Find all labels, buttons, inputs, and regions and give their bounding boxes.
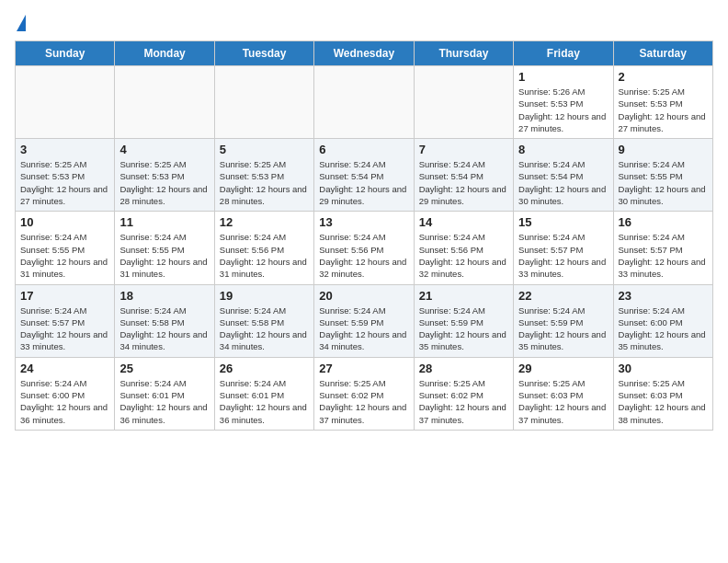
day-number: 17: [20, 289, 109, 303]
day-info: Sunrise: 5:25 AMSunset: 6:03 PMDaylight:…: [518, 377, 608, 426]
day-info: Sunrise: 5:26 AMSunset: 5:53 PMDaylight:…: [518, 86, 608, 134]
day-number: 30: [619, 362, 708, 375]
day-number: 28: [419, 362, 508, 375]
day-number: 4: [119, 143, 209, 156]
day-info: Sunrise: 5:25 AMSunset: 5:53 PMDaylight:…: [220, 158, 309, 207]
day-info: Sunrise: 5:24 AMSunset: 5:56 PMDaylight:…: [220, 231, 309, 280]
calendar-day-cell: 26Sunrise: 5:24 AMSunset: 6:01 PMDayligh…: [214, 357, 313, 430]
calendar-day-cell: 12Sunrise: 5:24 AMSunset: 5:56 PMDayligh…: [214, 212, 313, 284]
calendar-day-cell: [314, 66, 414, 139]
day-number: 7: [419, 143, 508, 156]
day-info: Sunrise: 5:24 AMSunset: 6:01 PMDaylight:…: [119, 377, 209, 426]
day-number: 12: [220, 215, 309, 229]
day-number: 20: [319, 289, 408, 303]
calendar-day-cell: 2Sunrise: 5:25 AMSunset: 5:53 PMDaylight…: [613, 66, 712, 139]
day-info: Sunrise: 5:24 AMSunset: 6:01 PMDaylight:…: [220, 377, 309, 426]
calendar-week-row: 17Sunrise: 5:24 AMSunset: 5:57 PMDayligh…: [16, 284, 713, 357]
calendar-day-cell: 30Sunrise: 5:25 AMSunset: 6:03 PMDayligh…: [613, 357, 712, 430]
calendar-day-cell: 25Sunrise: 5:24 AMSunset: 6:01 PMDayligh…: [115, 357, 214, 430]
calendar-day-cell: 21Sunrise: 5:24 AMSunset: 5:59 PMDayligh…: [414, 284, 513, 357]
calendar-header-row: SundayMondayTuesdayWednesdayThursdayFrid…: [16, 41, 713, 66]
day-number: 19: [220, 289, 309, 303]
calendar-day-cell: 16Sunrise: 5:24 AMSunset: 5:57 PMDayligh…: [613, 212, 712, 284]
day-info: Sunrise: 5:24 AMSunset: 5:57 PMDaylight:…: [20, 304, 109, 353]
day-number: 13: [319, 215, 408, 229]
day-number: 24: [20, 362, 109, 375]
day-number: 23: [619, 289, 708, 303]
day-info: Sunrise: 5:24 AMSunset: 5:55 PMDaylight:…: [119, 231, 209, 280]
day-number: 27: [319, 362, 408, 375]
day-number: 15: [518, 215, 608, 229]
day-info: Sunrise: 5:24 AMSunset: 5:59 PMDaylight:…: [518, 304, 608, 353]
calendar-day-cell: 17Sunrise: 5:24 AMSunset: 5:57 PMDayligh…: [16, 284, 115, 357]
day-number: 6: [319, 143, 408, 156]
calendar-week-row: 3Sunrise: 5:25 AMSunset: 5:53 PMDaylight…: [16, 139, 713, 212]
day-number: 3: [20, 143, 109, 156]
day-of-week-header: Saturday: [613, 41, 712, 66]
day-info: Sunrise: 5:24 AMSunset: 5:57 PMDaylight:…: [619, 231, 708, 280]
calendar-day-cell: 24Sunrise: 5:24 AMSunset: 6:00 PMDayligh…: [16, 357, 115, 430]
calendar-week-row: 10Sunrise: 5:24 AMSunset: 5:55 PMDayligh…: [16, 212, 713, 284]
day-info: Sunrise: 5:24 AMSunset: 5:59 PMDaylight:…: [319, 304, 408, 353]
calendar-week-row: 1Sunrise: 5:26 AMSunset: 5:53 PMDaylight…: [16, 66, 713, 139]
calendar-day-cell: 5Sunrise: 5:25 AMSunset: 5:53 PMDaylight…: [214, 139, 313, 212]
day-number: 10: [20, 215, 109, 229]
day-number: 16: [619, 215, 708, 229]
day-info: Sunrise: 5:24 AMSunset: 6:00 PMDaylight:…: [619, 304, 708, 353]
calendar-day-cell: 10Sunrise: 5:24 AMSunset: 5:55 PMDayligh…: [16, 212, 115, 284]
day-info: Sunrise: 5:24 AMSunset: 5:54 PMDaylight:…: [319, 158, 408, 207]
day-number: 5: [220, 143, 309, 156]
page-header: [15, 15, 713, 29]
day-info: Sunrise: 5:24 AMSunset: 5:59 PMDaylight:…: [419, 304, 508, 353]
calendar-week-row: 24Sunrise: 5:24 AMSunset: 6:00 PMDayligh…: [16, 357, 713, 430]
day-info: Sunrise: 5:24 AMSunset: 5:54 PMDaylight:…: [518, 158, 608, 207]
day-number: 11: [119, 215, 209, 229]
calendar-day-cell: 8Sunrise: 5:24 AMSunset: 5:54 PMDaylight…: [514, 139, 613, 212]
day-info: Sunrise: 5:24 AMSunset: 5:55 PMDaylight:…: [619, 158, 708, 207]
calendar-day-cell: 9Sunrise: 5:24 AMSunset: 5:55 PMDaylight…: [613, 139, 712, 212]
calendar-day-cell: 13Sunrise: 5:24 AMSunset: 5:56 PMDayligh…: [314, 212, 414, 284]
day-info: Sunrise: 5:25 AMSunset: 6:02 PMDaylight:…: [319, 377, 408, 426]
calendar-day-cell: [115, 66, 214, 139]
calendar-day-cell: 29Sunrise: 5:25 AMSunset: 6:03 PMDayligh…: [514, 357, 613, 430]
calendar-day-cell: 23Sunrise: 5:24 AMSunset: 6:00 PMDayligh…: [613, 284, 712, 357]
day-of-week-header: Monday: [115, 41, 214, 66]
day-info: Sunrise: 5:25 AMSunset: 5:53 PMDaylight:…: [20, 158, 109, 207]
day-number: 1: [518, 70, 608, 84]
day-info: Sunrise: 5:24 AMSunset: 5:58 PMDaylight:…: [220, 304, 309, 353]
day-number: 26: [220, 362, 309, 375]
calendar-table: SundayMondayTuesdayWednesdayThursdayFrid…: [15, 40, 713, 431]
day-number: 18: [119, 289, 209, 303]
day-info: Sunrise: 5:24 AMSunset: 5:56 PMDaylight:…: [319, 231, 408, 280]
calendar-day-cell: 6Sunrise: 5:24 AMSunset: 5:54 PMDaylight…: [314, 139, 414, 212]
day-info: Sunrise: 5:24 AMSunset: 5:58 PMDaylight:…: [119, 304, 209, 353]
day-info: Sunrise: 5:25 AMSunset: 6:02 PMDaylight:…: [419, 377, 508, 426]
calendar-day-cell: 27Sunrise: 5:25 AMSunset: 6:02 PMDayligh…: [314, 357, 414, 430]
day-number: 29: [518, 362, 608, 375]
calendar-day-cell: 1Sunrise: 5:26 AMSunset: 5:53 PMDaylight…: [514, 66, 613, 139]
day-number: 21: [419, 289, 508, 303]
calendar-day-cell: 7Sunrise: 5:24 AMSunset: 5:54 PMDaylight…: [414, 139, 513, 212]
day-number: 25: [119, 362, 209, 375]
calendar-day-cell: 14Sunrise: 5:24 AMSunset: 5:56 PMDayligh…: [414, 212, 513, 284]
calendar-day-cell: [214, 66, 313, 139]
day-number: 2: [619, 70, 708, 84]
calendar-day-cell: 3Sunrise: 5:25 AMSunset: 5:53 PMDaylight…: [16, 139, 115, 212]
calendar-day-cell: 28Sunrise: 5:25 AMSunset: 6:02 PMDayligh…: [414, 357, 513, 430]
day-info: Sunrise: 5:24 AMSunset: 6:00 PMDaylight:…: [20, 377, 109, 426]
day-info: Sunrise: 5:24 AMSunset: 5:54 PMDaylight:…: [419, 158, 508, 207]
day-number: 8: [518, 143, 608, 156]
logo-triangle-icon: [17, 15, 26, 31]
day-info: Sunrise: 5:24 AMSunset: 5:55 PMDaylight:…: [20, 231, 109, 280]
day-of-week-header: Friday: [514, 41, 613, 66]
calendar-day-cell: 22Sunrise: 5:24 AMSunset: 5:59 PMDayligh…: [514, 284, 613, 357]
calendar-day-cell: [414, 66, 513, 139]
day-number: 9: [619, 143, 708, 156]
day-info: Sunrise: 5:25 AMSunset: 5:53 PMDaylight:…: [119, 158, 209, 207]
calendar-day-cell: [16, 66, 115, 139]
calendar-day-cell: 18Sunrise: 5:24 AMSunset: 5:58 PMDayligh…: [115, 284, 214, 357]
day-number: 14: [419, 215, 508, 229]
day-of-week-header: Thursday: [414, 41, 513, 66]
day-info: Sunrise: 5:25 AMSunset: 5:53 PMDaylight:…: [619, 86, 708, 134]
day-of-week-header: Sunday: [16, 41, 115, 66]
